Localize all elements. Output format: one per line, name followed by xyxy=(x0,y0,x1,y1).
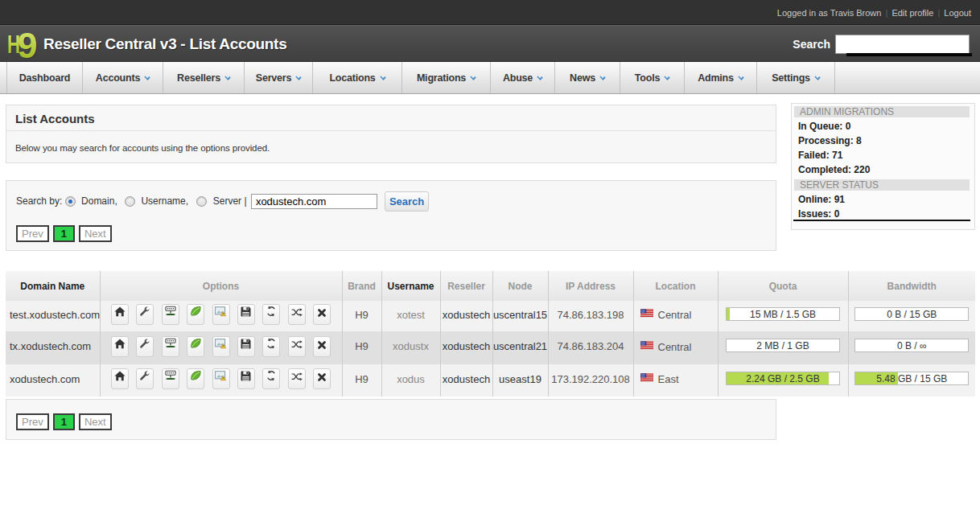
svg-text:9: 9 xyxy=(18,26,38,64)
